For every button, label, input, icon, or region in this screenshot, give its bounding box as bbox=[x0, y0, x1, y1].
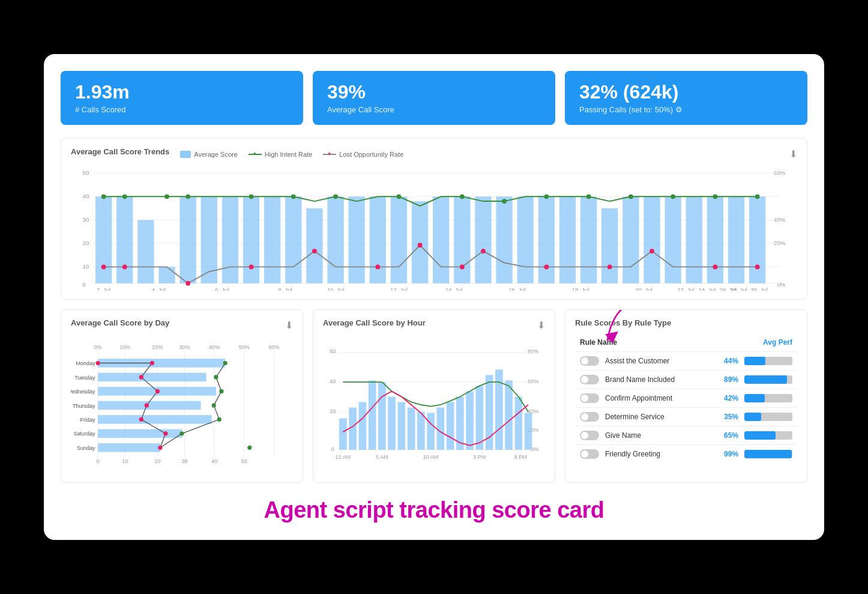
trend-chart-section: Average Call Score Trends Average Score … bbox=[61, 138, 807, 300]
svg-point-73 bbox=[544, 265, 549, 270]
rule-name-5: Friendly Greeting bbox=[605, 450, 711, 458]
svg-point-133 bbox=[217, 417, 222, 422]
svg-rect-118 bbox=[98, 429, 182, 438]
svg-rect-173 bbox=[505, 380, 513, 450]
svg-point-67 bbox=[249, 265, 254, 270]
svg-point-126 bbox=[139, 417, 143, 422]
svg-rect-23 bbox=[243, 196, 259, 283]
svg-text:28. Jul: 28. Jul bbox=[730, 286, 747, 291]
svg-rect-36 bbox=[517, 196, 534, 283]
legend-green-line bbox=[249, 154, 262, 155]
svg-rect-17 bbox=[116, 196, 133, 283]
svg-rect-162 bbox=[398, 402, 406, 450]
rule-row-2: Confirm Appointment 42% bbox=[575, 389, 797, 407]
svg-point-123 bbox=[139, 375, 143, 379]
toggle-3[interactable] bbox=[580, 412, 599, 422]
svg-point-56 bbox=[460, 194, 465, 199]
rule-row-4: Give Name 65% bbox=[575, 426, 797, 444]
svg-text:20: 20 bbox=[154, 458, 160, 464]
svg-rect-165 bbox=[427, 413, 435, 450]
svg-text:20%: 20% bbox=[152, 344, 163, 350]
svg-rect-25 bbox=[285, 196, 301, 283]
svg-rect-43 bbox=[665, 196, 681, 283]
svg-text:10. Jul: 10. Jul bbox=[327, 286, 345, 291]
rule-bar-fill-2 bbox=[744, 394, 765, 402]
svg-text:Saturday: Saturday bbox=[74, 431, 96, 437]
kpi-calls-label: # Calls Scored bbox=[75, 105, 289, 114]
svg-point-51 bbox=[185, 194, 190, 199]
kpi-calls-scored: 1.93m # Calls Scored bbox=[61, 71, 303, 125]
day-download-icon[interactable]: ⬇ bbox=[285, 320, 293, 331]
svg-rect-120 bbox=[98, 443, 160, 452]
svg-text:0%: 0% bbox=[777, 281, 785, 288]
svg-rect-40 bbox=[601, 208, 618, 283]
svg-rect-24 bbox=[264, 196, 280, 283]
svg-text:10%: 10% bbox=[119, 344, 130, 350]
svg-rect-163 bbox=[408, 408, 415, 450]
rule-name-2: Confirm Appointment bbox=[605, 394, 711, 402]
svg-text:30. Jul: 30. Jul bbox=[750, 286, 768, 291]
svg-text:8. Jul: 8. Jul bbox=[278, 286, 292, 291]
svg-point-72 bbox=[481, 249, 486, 253]
rule-scores-title: Rule Scores By Rule Type bbox=[575, 318, 671, 327]
rule-name-3: Determine Service bbox=[605, 413, 711, 421]
rule-bar-bg-3 bbox=[744, 413, 792, 421]
svg-text:3 PM: 3 PM bbox=[473, 454, 486, 460]
svg-point-77 bbox=[755, 265, 760, 270]
svg-point-131 bbox=[219, 389, 223, 393]
svg-text:4. Jul: 4. Jul bbox=[152, 286, 166, 291]
svg-point-50 bbox=[164, 194, 169, 199]
trend-chart-header: Average Call Score Trends Average Score … bbox=[71, 147, 797, 161]
svg-point-48 bbox=[101, 194, 106, 199]
svg-text:20%: 20% bbox=[774, 240, 786, 246]
svg-point-121 bbox=[96, 361, 100, 365]
toggle-4[interactable] bbox=[580, 431, 599, 440]
hour-chart-svg: 60 40 20 0 80% 60% 40% 20% 0% bbox=[323, 336, 545, 474]
svg-text:16. Jul: 16. Jul bbox=[508, 286, 526, 291]
toggle-5[interactable] bbox=[580, 449, 599, 459]
bottom-row: Average Call Score by Day ⬇ 0% 10% 20% 3… bbox=[61, 309, 807, 483]
rule-bar-fill-5 bbox=[744, 450, 792, 458]
svg-text:Sunday: Sunday bbox=[77, 445, 95, 451]
svg-point-49 bbox=[122, 194, 127, 199]
svg-rect-34 bbox=[475, 196, 491, 283]
svg-text:40%: 40% bbox=[209, 344, 220, 350]
legend-lost-label: Lost Opportunity Rate bbox=[339, 151, 403, 158]
svg-rect-161 bbox=[388, 397, 396, 450]
svg-point-61 bbox=[671, 194, 675, 199]
legend-pink-line bbox=[323, 154, 336, 155]
svg-rect-27 bbox=[327, 196, 343, 283]
svg-point-53 bbox=[291, 194, 296, 199]
rule-pct-1: 89% bbox=[717, 375, 738, 384]
svg-point-122 bbox=[150, 361, 154, 365]
hour-download-icon[interactable]: ⬇ bbox=[537, 320, 545, 331]
rule-bar-fill-1 bbox=[744, 375, 787, 384]
svg-rect-20 bbox=[180, 196, 196, 283]
svg-point-130 bbox=[214, 375, 218, 379]
svg-rect-157 bbox=[349, 408, 357, 450]
toggle-2[interactable] bbox=[580, 393, 599, 403]
toggle-0[interactable] bbox=[580, 356, 599, 366]
toggle-1[interactable] bbox=[580, 375, 599, 384]
annotation-area: Agent script tracking score card bbox=[61, 483, 807, 528]
rule-bar-fill-0 bbox=[744, 357, 765, 365]
kpi-calls-value: 1.93m bbox=[75, 82, 289, 103]
kpi-avg-label: Average Call Score bbox=[327, 105, 541, 114]
svg-rect-116 bbox=[98, 415, 212, 423]
trend-download-icon[interactable]: ⬇ bbox=[789, 148, 797, 160]
svg-text:80%: 80% bbox=[528, 348, 538, 354]
svg-point-62 bbox=[713, 194, 717, 199]
svg-text:5 AM: 5 AM bbox=[376, 454, 388, 460]
svg-text:20. Jul: 20. Jul bbox=[635, 286, 653, 291]
rule-name-1: Brand Name Included bbox=[605, 375, 711, 384]
svg-rect-166 bbox=[437, 408, 445, 450]
svg-point-125 bbox=[145, 403, 149, 407]
rule-pct-2: 42% bbox=[717, 394, 738, 402]
svg-rect-159 bbox=[369, 380, 376, 450]
svg-text:0: 0 bbox=[331, 446, 334, 452]
svg-point-75 bbox=[649, 249, 654, 253]
svg-text:10: 10 bbox=[122, 458, 128, 464]
day-chart-header: Average Call Score by Day ⬇ bbox=[71, 318, 293, 332]
rule-bar-bg-2 bbox=[744, 394, 792, 402]
svg-point-71 bbox=[460, 265, 465, 270]
